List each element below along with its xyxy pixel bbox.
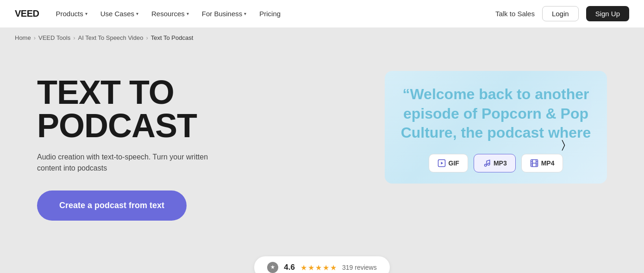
rating-section: 4.6 ★ ★ ★ ★ ★ 319 reviews (0, 256, 644, 273)
review-count: 319 reviews (342, 264, 377, 271)
format-buttons: GIF MP3 (400, 154, 592, 172)
main-content: TEXT TO PODCAST Audio creation with text… (0, 48, 644, 242)
trustpilot-icon (267, 262, 278, 273)
svg-marker-1 (441, 162, 443, 165)
cta-button[interactable]: Create a podcast from text (37, 190, 187, 221)
format-gif-button[interactable]: GIF (429, 154, 468, 172)
chevron-down-icon: ▾ (187, 11, 189, 16)
rating-score: 4.6 (284, 263, 295, 272)
logo[interactable]: VEED (15, 8, 39, 19)
format-mp4-button[interactable]: MP4 (521, 154, 563, 172)
breadcrumb-home[interactable]: Home (15, 34, 31, 41)
preview-card: “Welcome back to another episode of Popc… (385, 71, 607, 184)
rating-card: 4.6 ★ ★ ★ ★ ★ 319 reviews (254, 256, 389, 273)
breadcrumb-sep-2: › (73, 34, 75, 41)
breadcrumb-ai-text-speech[interactable]: AI Text To Speech Video (78, 34, 144, 41)
star-rating: ★ ★ ★ ★ ★ (300, 263, 337, 272)
talk-to-sales-link[interactable]: Talk to Sales (495, 10, 535, 18)
nav-item-pricing[interactable]: Pricing (259, 10, 281, 18)
star-3: ★ (315, 263, 322, 272)
star-2: ★ (308, 263, 314, 272)
nav-item-usecases[interactable]: Use Cases ▾ (100, 10, 138, 18)
breadcrumb-veed-tools[interactable]: VEED Tools (38, 34, 70, 41)
nav-item-products[interactable]: Products ▾ (56, 10, 87, 18)
navbar-left: VEED Products ▾ Use Cases ▾ Resources ▾ … (15, 8, 281, 19)
star-4: ★ (323, 263, 329, 272)
nav-links: Products ▾ Use Cases ▾ Resources ▾ For B… (56, 10, 281, 18)
right-content: “Welcome back to another episode of Popc… (385, 71, 607, 184)
nav-item-resources[interactable]: Resources ▾ (151, 10, 189, 18)
breadcrumb-sep-1: › (34, 34, 36, 41)
play-icon (438, 159, 446, 167)
breadcrumb-sep-3: › (146, 34, 148, 41)
navbar: VEED Products ▾ Use Cases ▾ Resources ▾ … (0, 0, 644, 28)
star-5: ★ (330, 263, 337, 272)
music-icon (482, 159, 491, 167)
preview-quote: “Welcome back to another episode of Popc… (400, 85, 592, 143)
star-1: ★ (300, 263, 307, 272)
nav-item-forbusiness[interactable]: For Business ▾ (202, 10, 247, 18)
chevron-down-icon: ▾ (85, 11, 88, 16)
hero-subtitle: Audio creation with text-to-speech. Turn… (37, 152, 231, 174)
left-content: TEXT TO PODCAST Audio creation with text… (37, 76, 296, 221)
chevron-down-icon: ▾ (244, 11, 246, 16)
navbar-right: Talk to Sales Login Sign Up (495, 6, 629, 21)
login-button[interactable]: Login (542, 6, 579, 21)
chevron-down-icon: ▾ (136, 11, 138, 16)
hero-title: TEXT TO PODCAST (37, 76, 296, 142)
breadcrumb: Home › VEED Tools › AI Text To Speech Vi… (0, 28, 644, 48)
breadcrumb-text-podcast: Text To Podcast (151, 34, 194, 41)
format-mp3-button[interactable]: MP3 (474, 154, 516, 172)
film-icon (530, 159, 538, 167)
signup-button[interactable]: Sign Up (586, 6, 629, 21)
